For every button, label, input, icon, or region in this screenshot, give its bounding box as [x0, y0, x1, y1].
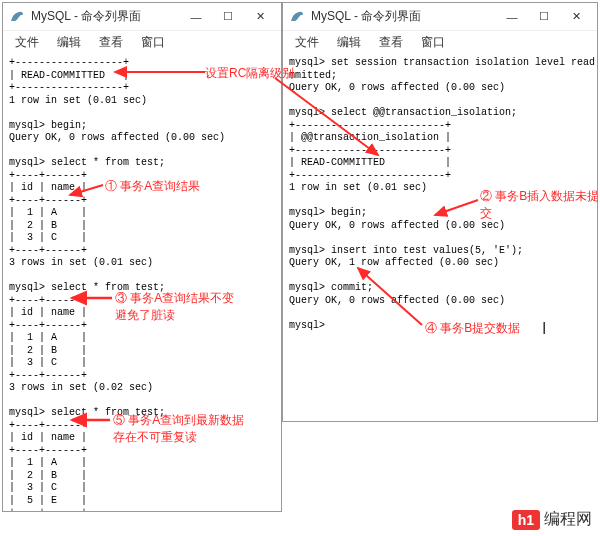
minimize-button[interactable]: — [181, 7, 211, 27]
close-button[interactable]: ✕ [561, 7, 591, 27]
menubar-a: 文件 编辑 查看 窗口 [3, 31, 281, 53]
titlebar-a: MySQL - 命令列界面 — ☐ ✕ [3, 3, 281, 31]
menu-file[interactable]: 文件 [287, 32, 327, 53]
titlebar-b: MySQL - 命令列界面 — ☐ ✕ [283, 3, 597, 31]
mysql-window-a: MySQL - 命令列界面 — ☐ ✕ 文件 编辑 查看 窗口 +-------… [2, 2, 282, 512]
watermark-badge: h1 [512, 510, 540, 530]
menu-edit[interactable]: 编辑 [49, 32, 89, 53]
minimize-button[interactable]: — [497, 7, 527, 27]
terminal-a[interactable]: +------------------+ | READ-COMMITTED | … [3, 53, 281, 511]
maximize-button[interactable]: ☐ [529, 7, 559, 27]
window-title-b: MySQL - 命令列界面 [311, 8, 497, 25]
maximize-button[interactable]: ☐ [213, 7, 243, 27]
mysql-window-b: MySQL - 命令列界面 — ☐ ✕ 文件 编辑 查看 窗口 mysql> s… [282, 2, 598, 422]
window-buttons-a: — ☐ ✕ [181, 7, 275, 27]
window-buttons-b: — ☐ ✕ [497, 7, 591, 27]
mysql-icon [9, 9, 25, 25]
menu-edit[interactable]: 编辑 [329, 32, 369, 53]
menu-window[interactable]: 窗口 [133, 32, 173, 53]
text-cursor-icon: I [542, 320, 546, 338]
menu-view[interactable]: 查看 [371, 32, 411, 53]
watermark-text: 编程网 [544, 509, 592, 530]
mysql-icon [289, 9, 305, 25]
menu-window[interactable]: 窗口 [413, 32, 453, 53]
menubar-b: 文件 编辑 查看 窗口 [283, 31, 597, 53]
terminal-b[interactable]: mysql> set session transaction isolation… [283, 53, 597, 421]
window-title-a: MySQL - 命令列界面 [31, 8, 181, 25]
menu-file[interactable]: 文件 [7, 32, 47, 53]
watermark: h1 编程网 [512, 509, 592, 530]
menu-view[interactable]: 查看 [91, 32, 131, 53]
close-button[interactable]: ✕ [245, 7, 275, 27]
